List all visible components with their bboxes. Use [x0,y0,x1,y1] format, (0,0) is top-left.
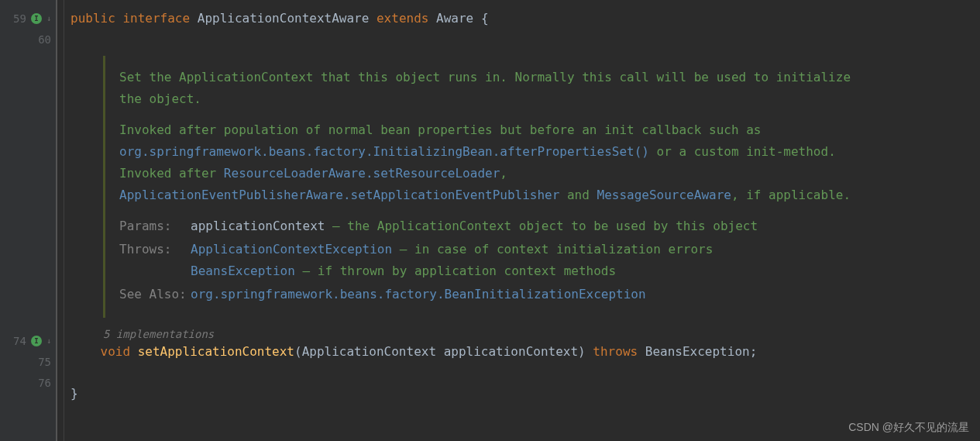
implementations-icon[interactable] [31,13,42,24]
param-type: ApplicationContext [302,344,436,359]
type-parent: Aware [436,11,473,26]
brace-open: { [481,11,489,26]
keyword-extends: extends [377,11,428,26]
param-name: applicationContext [444,344,578,359]
javadoc-throws: Throws: ApplicationContextException – in… [119,239,879,282]
javadoc-link[interactable]: ApplicationEventPublisherAware.setApplic… [119,188,559,202]
arrow-down-icon: ↓ [46,14,51,22]
keyword-void: void [101,344,131,359]
code-line-76[interactable]: } [70,383,972,404]
throws-label: Throws: [119,239,191,282]
javadoc-block: Set the ApplicationContext that this obj… [103,56,893,318]
brace-close: } [70,386,78,401]
javadoc-tags: Params: applicationContext – the Applica… [119,215,879,305]
javadoc-detail: Invoked after population of normal bean … [119,119,879,206]
code-line-75[interactable] [70,362,972,383]
method-name: setApplicationContext [138,344,294,359]
params-label: Params: [119,215,191,237]
line-number: 74 [13,335,26,347]
keyword-interface: interface [122,11,190,26]
keyword-throws: throws [593,344,638,359]
gutter-row-60[interactable]: 60 [0,29,56,50]
editor: 59 ↓ 60 74 ↓ 75 76 public interface Appl… [0,0,980,441]
param-desc: – the ApplicationContext object to be us… [325,219,758,233]
line-number: 76 [38,377,51,389]
javadoc-params: Params: applicationContext – the Applica… [119,215,879,237]
line-number: 60 [38,33,51,46]
code-line-60[interactable] [70,29,972,50]
keyword-public: public [70,11,115,26]
gutter-row-74[interactable]: 74 ↓ [0,330,56,351]
seealso-link[interactable]: org.springframework.beans.factory.BeanIn… [191,287,646,301]
throws-type: BeansException [645,344,750,359]
code-area[interactable]: public interface ApplicationContextAware… [64,0,980,441]
inlay-hint[interactable]: 5 implementations [70,324,972,341]
javadoc-summary: Set the ApplicationContext that this obj… [119,67,879,110]
javadoc-link[interactable]: ResourceLoaderAware.setResourceLoader [224,166,500,181]
throws-desc: – if thrown by application context metho… [295,264,616,278]
seealso-label: See Also: [119,284,191,305]
javadoc-link[interactable]: MessageSourceAware [597,188,731,202]
param-name: applicationContext [191,219,325,233]
implementations-icon[interactable] [31,336,42,346]
javadoc-link[interactable]: org.springframework.beans.factory.Initia… [119,144,649,159]
gutter-row-76[interactable]: 76 [0,372,56,393]
line-number: 75 [38,356,51,368]
code-line-59[interactable]: public interface ApplicationContextAware… [70,8,972,29]
gutter-border [56,0,57,441]
line-number: 59 [13,12,26,25]
throws-desc: – in case of context initialization erro… [392,242,713,257]
throws-link[interactable]: ApplicationContextException [191,242,392,257]
gutter: 59 ↓ 60 74 ↓ 75 76 [0,0,56,441]
throws-link[interactable]: BeansException [191,264,295,278]
arrow-down-icon: ↓ [46,336,51,345]
code-line-74[interactable]: void setApplicationContext(ApplicationCo… [70,341,972,362]
javadoc-seealso: See Also: org.springframework.beans.fact… [119,284,879,305]
watermark: CSDN @好久不见的流星 [848,421,969,435]
type-name: ApplicationContextAware [198,11,370,26]
gutter-row-75[interactable]: 75 [0,351,56,372]
gutter-row-59[interactable]: 59 ↓ [0,8,56,29]
